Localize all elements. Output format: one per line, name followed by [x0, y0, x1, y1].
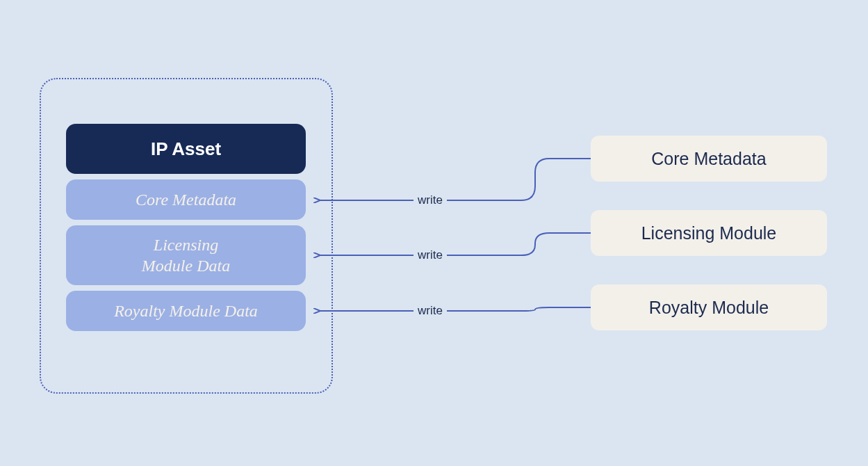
- data-box-licensing-label: Licensing Module Data: [142, 234, 230, 276]
- module-box-royalty: Royalty Module: [591, 284, 827, 330]
- module-box-licensing: Licensing Module: [591, 210, 827, 256]
- edge-label-licensing: write: [413, 248, 447, 262]
- connector-royalty: [320, 307, 591, 311]
- data-box-royalty: Royalty Module Data: [66, 291, 306, 331]
- data-box-core-metadata: Core Metadata: [66, 179, 306, 220]
- module-licensing-label: Licensing Module: [641, 223, 777, 243]
- connector-core: [320, 159, 591, 200]
- module-royalty-label: Royalty Module: [649, 298, 769, 318]
- data-box-core-label: Core Metadata: [136, 189, 236, 210]
- ip-asset-title-box: IP Asset: [66, 124, 306, 174]
- edge-label-royalty: write: [413, 304, 447, 318]
- connector-licensing: [320, 233, 591, 255]
- module-core-label: Core Metadata: [651, 149, 766, 169]
- data-box-royalty-label: Royalty Module Data: [114, 300, 258, 321]
- module-box-core-metadata: Core Metadata: [591, 136, 827, 182]
- ip-asset-title: IP Asset: [151, 138, 221, 160]
- edge-label-core: write: [413, 193, 447, 207]
- data-box-licensing: Licensing Module Data: [66, 225, 306, 285]
